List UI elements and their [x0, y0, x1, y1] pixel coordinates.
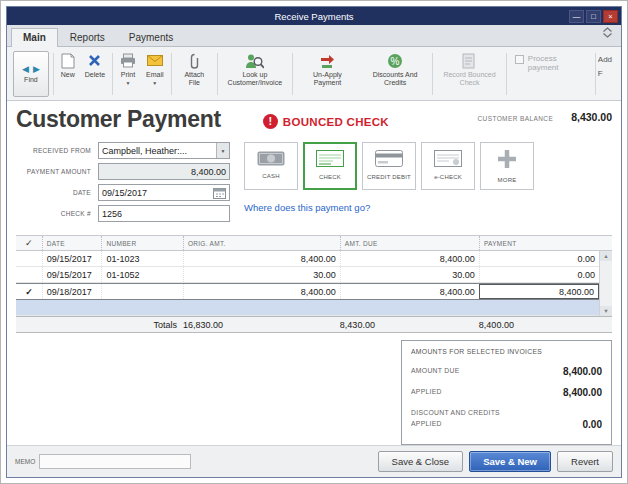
echeck-label: e-CHECK — [434, 174, 462, 181]
delete-x-icon — [88, 52, 101, 69]
lookup-customer-label: Look up Customer/Invoice — [225, 71, 284, 88]
new-button[interactable]: New — [56, 50, 80, 98]
received-from-select[interactable]: Campbell, Heather:... ▼ — [98, 142, 230, 159]
payment-method-more[interactable]: MORE — [480, 142, 534, 190]
discounts-credits-button[interactable]: % Discounts And Credits — [360, 50, 429, 98]
check-label: CHECK — [319, 174, 341, 181]
email-label: Email — [146, 71, 164, 79]
toolbar-divider — [217, 53, 218, 95]
row-payment: 0.00 — [479, 251, 599, 266]
toolbar-divider — [171, 53, 172, 95]
discount-value: 0.00 — [583, 419, 602, 430]
check-number-input[interactable]: 1256 — [98, 205, 230, 222]
save-new-button[interactable]: Save & New — [469, 451, 551, 472]
calendar-icon[interactable] — [213, 187, 226, 199]
bounced-check-doc-icon — [462, 52, 477, 69]
row-date: 09/15/2017 — [42, 251, 102, 266]
chevron-down-icon[interactable]: ▼ — [216, 143, 229, 158]
record-bounced-check-button[interactable]: Record Bounced Check — [435, 50, 504, 98]
cash-label: CASH — [262, 173, 279, 180]
table-row[interactable]: 09/15/2017 01-1052 30.00 30.00 0.00 — [16, 267, 599, 283]
memo-input[interactable] — [39, 454, 191, 469]
maximize-button[interactable]: □ — [586, 10, 601, 23]
collapse-ribbon-icon[interactable] — [598, 24, 617, 46]
payment-amount-input[interactable]: 8,400.00 — [98, 163, 230, 180]
where-payment-goes-link[interactable]: Where does this payment go? — [244, 202, 534, 213]
col-header-date[interactable]: DATE — [42, 236, 102, 250]
table-row[interactable]: 09/15/2017 01-1023 8,400.00 8,400.00 0.0… — [16, 251, 599, 267]
paperclip-icon — [190, 52, 199, 69]
more-label: MORE — [498, 177, 517, 184]
find-nav-arrows: ◀ ▶ — [22, 64, 40, 74]
payment-method-cash[interactable]: CASH — [244, 142, 298, 190]
payment-edit-cell[interactable]: 8,400.00 — [479, 284, 599, 299]
row-check-cell[interactable] — [16, 267, 42, 282]
revert-button[interactable]: Revert — [557, 451, 613, 472]
toolbar-divider — [506, 53, 507, 95]
table-scrollbar[interactable]: ▲ ▼ — [599, 251, 612, 316]
process-payment-checkbox-group[interactable]: Process payment — [509, 50, 593, 98]
totals-orig-amt: 16,830.00 — [183, 320, 340, 330]
titlebar: Receive Payments — □ × — [7, 7, 621, 25]
amount-due-value: 8,400.00 — [563, 366, 602, 377]
alert-icon: ! — [263, 114, 278, 129]
row-check-cell[interactable]: ✓ — [16, 284, 42, 299]
check-number-field: CHECK # 1256 — [16, 205, 230, 222]
print-button[interactable]: Print ▼ — [115, 50, 141, 98]
footer-buttons: Save & Close Save & New Revert — [378, 451, 613, 472]
save-close-button[interactable]: Save & Close — [378, 451, 464, 472]
received-from-label: RECEIVED FROM — [16, 147, 98, 154]
tab-reports[interactable]: Reports — [58, 28, 117, 46]
payment-method-check[interactable]: CHECK — [303, 142, 357, 190]
page-title: Customer Payment — [16, 106, 221, 133]
toolbar-divider — [53, 53, 54, 95]
table-row-empty[interactable] — [16, 300, 599, 316]
lookup-customer-button[interactable]: Look up Customer/Invoice — [220, 50, 289, 98]
row-number: 01-1023 — [101, 251, 182, 266]
overflow-label-top[interactable]: Add — [598, 55, 617, 64]
scroll-down-icon[interactable]: ▼ — [600, 306, 612, 316]
form-fields: RECEIVED FROM Campbell, Heather:... ▼ PA… — [16, 142, 230, 226]
scroll-up-icon[interactable]: ▲ — [600, 251, 612, 261]
col-header-number[interactable]: NUMBER — [101, 236, 182, 250]
print-dropdown-icon[interactable]: ▼ — [126, 81, 131, 86]
payment-method-buttons: CASH CHECK CREDIT DEBIT — [244, 142, 534, 190]
overflow-label-bottom[interactable]: F — [598, 69, 617, 78]
unapply-payment-button[interactable]: Un-Apply Payment — [295, 50, 361, 98]
tab-payments[interactable]: Payments — [117, 28, 185, 46]
process-payment-checkbox[interactable] — [515, 55, 524, 64]
content-area: Customer Payment ! BOUNCED CHECK CUSTOME… — [7, 101, 621, 445]
receive-payments-window: Receive Payments — □ × Main Reports Paym… — [6, 6, 622, 478]
col-header-amt-due[interactable]: AMT. DUE — [340, 236, 479, 250]
col-header-orig-amt[interactable]: ORIG. AMT. — [183, 236, 340, 250]
process-payment-label: Process payment — [528, 54, 587, 72]
amount-due-label: AMOUNT DUE — [411, 366, 460, 377]
table-row-selected[interactable]: ✓ 09/18/2017 8,400.00 8,400.00 8,400.00 — [16, 283, 599, 300]
toolbar-divider — [112, 53, 113, 95]
find-button[interactable]: ◀ ▶ Find — [13, 51, 49, 97]
payment-method-credit-debit[interactable]: CREDIT DEBIT — [362, 142, 416, 190]
payment-method-echeck[interactable]: e-CHECK — [421, 142, 475, 190]
date-input[interactable]: 09/15/2017 — [98, 184, 230, 201]
email-button[interactable]: Email ▼ — [141, 50, 169, 98]
new-label: New — [61, 71, 75, 79]
row-payment: 0.00 — [479, 267, 599, 282]
col-header-payment[interactable]: PAYMENT — [479, 236, 599, 250]
tab-main[interactable]: Main — [11, 28, 58, 47]
payment-form: RECEIVED FROM Campbell, Heather:... ▼ PA… — [16, 142, 612, 226]
unapply-payment-label: Un-Apply Payment — [300, 71, 356, 88]
minimize-button[interactable]: — — [569, 10, 584, 23]
summary-amount-due: AMOUNT DUE 8,400.00 — [411, 366, 602, 377]
new-document-icon — [61, 52, 75, 69]
attach-file-button[interactable]: Attach File — [173, 50, 215, 98]
totals-payment: 8,400.00 — [479, 320, 599, 330]
select-all-check-icon[interactable]: ✓ — [16, 236, 42, 250]
plus-icon — [496, 148, 518, 174]
email-dropdown-icon[interactable]: ▼ — [152, 81, 157, 86]
applied-value: 8,400.00 — [563, 387, 602, 398]
screenshot-frame: Receive Payments — □ × Main Reports Paym… — [0, 0, 628, 484]
record-bounced-check-label: Record Bounced Check — [440, 71, 499, 88]
row-check-cell[interactable] — [16, 251, 42, 266]
delete-button[interactable]: Delete — [80, 50, 110, 98]
close-button[interactable]: × — [603, 10, 618, 23]
